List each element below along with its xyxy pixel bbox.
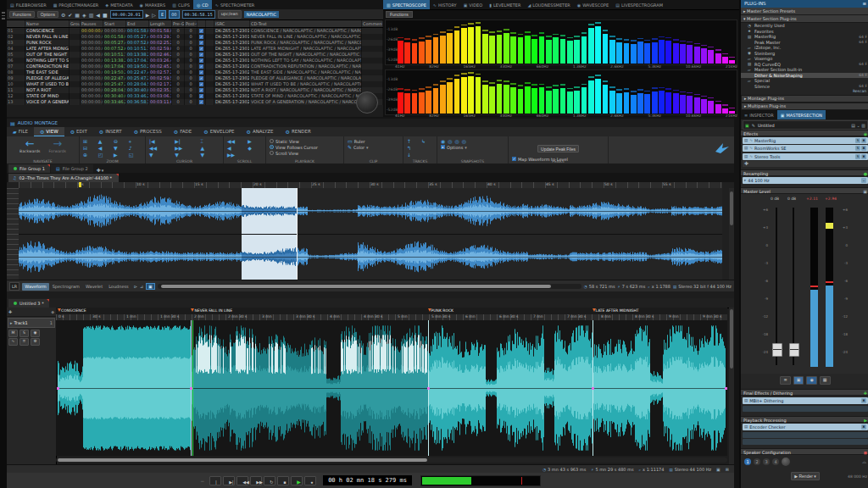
copy-protect-checkbox[interactable]: ✓ [199, 88, 203, 92]
marker-tool-icon[interactable]: ▥ [89, 12, 94, 18]
column-header-length[interactable]: Length [149, 20, 172, 27]
file-group-tab-1[interactable]: File Group 1 [8, 164, 50, 173]
copy-protect-checkbox[interactable]: ✓ [199, 70, 203, 75]
ribbon-tab-fade[interactable]: ⚙FADE [168, 127, 198, 136]
add-track-icon[interactable]: ✚ [8, 309, 12, 314]
upc-ean-button[interactable]: upc/ean [218, 10, 242, 19]
table-row[interactable]: 03PUNK ROCK00:00:00.0000:05:27.4400:07:5… [7, 40, 383, 46]
playback-option-static-view[interactable]: Static View [270, 138, 340, 144]
cursor-end-icon[interactable]: ▶| [175, 138, 198, 144]
options-button[interactable]: Options [37, 11, 58, 18]
snap-icon[interactable]: ⊿ [140, 284, 143, 289]
ribbon-tab-render[interactable]: ⚙RENDER [280, 127, 317, 136]
zoom-top-icon[interactable]: ▲ [98, 138, 111, 144]
zoom-mic-icon[interactable]: ⌖ [129, 138, 142, 144]
monitor-eye-button[interactable]: ◉ [31, 330, 40, 337]
copy-protect-checkbox[interactable]: ✓ [199, 53, 203, 57]
copy-protect-checkbox[interactable]: ✓ [199, 58, 203, 63]
cursor-start-icon[interactable]: |◀ [149, 138, 172, 144]
track-expand-icon[interactable]: ▸ [10, 320, 13, 325]
table-row[interactable]: 11NOT A RIOT00:00:00.0000:28:04.5000:30:… [7, 87, 383, 93]
tab-livespectrogram[interactable]: ▤LIVESPECTROGRAM [612, 0, 666, 9]
meter-menu-button[interactable]: ≡ [780, 376, 790, 385]
tab-markers[interactable]: ◉MARKERS [136, 0, 170, 9]
transport-handle[interactable]: − [200, 478, 204, 484]
tab-mastersection[interactable]: ▣MASTERSECTION [777, 110, 826, 119]
tab-inspector[interactable]: ≡INSPECTOR [741, 110, 777, 119]
track-down-icon[interactable]: ↓ [407, 152, 419, 158]
editor-level-ruler[interactable] [7, 188, 19, 280]
playhead-marker[interactable] [79, 182, 81, 187]
tab-loudnessmeter[interactable]: ◢LOUDNESSMETER [524, 0, 573, 9]
snapshots-options-dropdown[interactable]: ▸Options▾ [441, 144, 504, 150]
spectro-functions-button[interactable]: Functions [386, 11, 413, 18]
copy-protect-checkbox[interactable]: ✓ [199, 76, 203, 80]
view-tab-spectrogram[interactable]: Spectrogram [50, 283, 82, 291]
empty-playback-slot[interactable] [743, 432, 868, 438]
tab-metadata[interactable]: ◈METADATA [102, 0, 136, 9]
table-row[interactable]: 12STATE OF MIND00:00:00.0000:30:40.0700:… [7, 93, 383, 99]
preset-menu-icons[interactable]: ▤ ⌄ ▥ [851, 123, 865, 128]
playback-option-scroll-view[interactable]: Scroll View [270, 150, 340, 156]
speaker-set-4[interactable]: 4 [772, 458, 779, 465]
headphones-icon[interactable]: ⌓ [862, 458, 866, 465]
effect-slot-roomworks-se[interactable]: ▤∿RoomWorks SES✖ [743, 145, 868, 152]
speaker-mute-icon[interactable]: ◼ [864, 449, 867, 454]
trash-icon[interactable]: ✖ [861, 146, 866, 151]
stop-icon[interactable]: ■ [103, 12, 108, 18]
copy-protect-checkbox[interactable]: ✓ [199, 35, 203, 39]
jog-wheel[interactable] [356, 92, 378, 114]
scroll-left-icon[interactable]: ◀◀ [227, 138, 245, 144]
table-row[interactable]: 07CONTRADICTION REFUTATION00:00:00.0000:… [7, 64, 383, 69]
clip-color-dropdown[interactable]: ✎Color▾ [348, 144, 399, 150]
fader-thumb-left[interactable] [772, 343, 782, 357]
master-section-plugins-header[interactable]: ▾ Master Section Plug-ins [741, 15, 868, 23]
mini-toggle[interactable]: ▣ [146, 283, 155, 290]
snapshot-3-icon[interactable]: ◎ [455, 138, 459, 144]
copy-protect-checkbox[interactable]: ✓ [199, 47, 203, 51]
editor-waveform-canvas[interactable] [19, 188, 722, 280]
table-row[interactable]: 13VOICE OF A GENERATION00:00:00.0000:33:… [7, 99, 383, 105]
master-section-presets-header[interactable]: ▸ Master Section Presets [741, 8, 868, 15]
cursor-sel-icon[interactable]: ▲ [200, 145, 220, 151]
edit-flag-toggle[interactable]: E [159, 10, 166, 19]
table-row[interactable]: 08THE EAST SIDE00:00:00.0000:19:50.2100:… [7, 69, 383, 75]
solo-bypass-button[interactable]: S [855, 138, 860, 143]
add-effect-button[interactable]: ✚ [743, 161, 868, 167]
track-add-icon[interactable]: ↰ [407, 145, 419, 151]
link-icon[interactable]: ⊳ [134, 284, 137, 289]
cd-artist-field[interactable]: NARCOLAPTIC [244, 11, 279, 18]
rescan-link[interactable]: Rescan [741, 89, 868, 94]
column-header-comment[interactable]: Comment [362, 20, 383, 27]
record-button[interactable]: ● [304, 476, 316, 485]
speaker-set-3[interactable]: 3 [763, 458, 770, 465]
snapshot-4-icon[interactable]: ◎ [462, 138, 466, 144]
cursor-fwd-icon[interactable]: ▶▶ [175, 145, 198, 151]
trash-icon[interactable]: ✖ [861, 424, 866, 430]
table-row[interactable]: 04LATE AFTER MIDNIGHT00:00:00.0000:07:52… [7, 46, 383, 52]
ribbon-tab-view[interactable]: ⚙VIEW [34, 127, 64, 136]
copy-protect-checkbox[interactable]: ✓ [199, 29, 203, 33]
snapshot-2-icon[interactable]: ◎ [448, 138, 452, 144]
view-tab-loudness[interactable]: Loudness [106, 283, 131, 291]
cursor-drop-icon[interactable]: ▼ [200, 152, 220, 158]
snapshot-1-icon[interactable]: ◉ [441, 138, 445, 144]
detach-icon[interactable]: ▣ [863, 188, 867, 193]
skip-back-icon[interactable]: ◀ [96, 12, 100, 18]
copy-protect-checkbox[interactable]: ✓ [199, 82, 203, 86]
montage-marker-strip[interactable]: CONSCIENCENEVER FALL IN LINEPUNK ROCKLAT… [56, 308, 727, 314]
tab-wavescope[interactable]: ◉WAVESCOPE [574, 0, 613, 9]
column-header-isrc[interactable]: ISRC [214, 20, 250, 27]
empty-final-effect-slot[interactable] [743, 406, 868, 412]
effect-slot-masterrig[interactable]: ▤∿MasterRigS✖ [743, 137, 868, 144]
effect-slot-stereo-tools[interactable]: ▤∿Stereo ToolsS✖ [743, 153, 868, 160]
rewind-button[interactable]: ◀◀ [236, 476, 248, 485]
chevron-down-icon[interactable]: ⌄ [861, 178, 866, 183]
edit-pencil-icon[interactable]: ✎ [752, 123, 755, 128]
scroll-end-icon[interactable]: ▶ [248, 138, 262, 144]
tab-levelmeter[interactable]: ▮LEVELMETER [486, 0, 524, 9]
final-effects-header[interactable]: Final Effects / Dithering✚ [741, 389, 868, 396]
meter-hold-button[interactable]: ◉ [806, 376, 816, 385]
zoom-left-icon[interactable]: ◀ [98, 145, 111, 151]
montage-vertical-scrollbar[interactable] [729, 308, 734, 464]
